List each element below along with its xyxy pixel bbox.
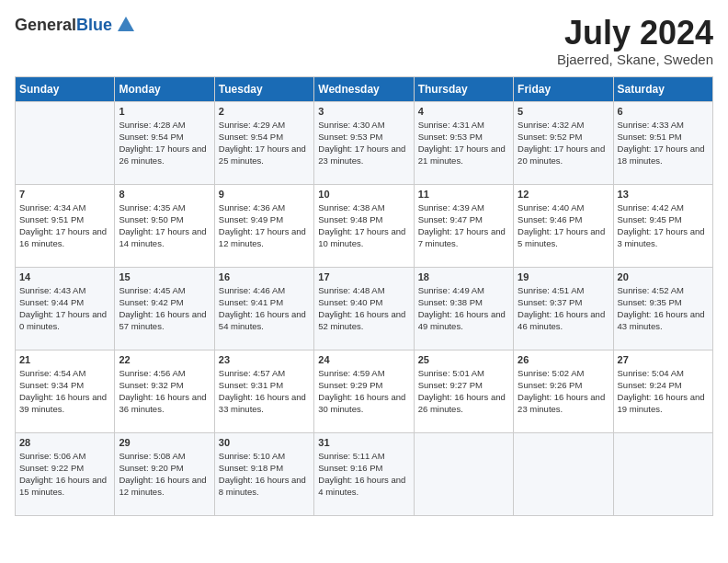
- day-number: 14: [19, 271, 110, 282]
- calendar-cell: 15Sunrise: 4:45 AMSunset: 9:42 PMDayligh…: [115, 267, 214, 350]
- day-info: Sunrise: 4:56 AMSunset: 9:32 PMDaylight:…: [119, 367, 210, 416]
- logo: GeneralBlue: [15, 15, 136, 35]
- location-subtitle: Bjaerred, Skane, Sweden: [557, 52, 713, 67]
- calendar-cell: 28Sunrise: 5:06 AMSunset: 9:22 PMDayligh…: [16, 432, 115, 515]
- calendar-cell: 25Sunrise: 5:01 AMSunset: 9:27 PMDayligh…: [414, 350, 513, 432]
- day-info: Sunrise: 5:04 AMSunset: 9:24 PMDaylight:…: [618, 367, 709, 416]
- day-info: Sunrise: 4:32 AMSunset: 9:52 PMDaylight:…: [518, 119, 609, 167]
- calendar-cell: 29Sunrise: 5:08 AMSunset: 9:20 PMDayligh…: [115, 432, 214, 515]
- day-number: 13: [618, 189, 709, 200]
- logo-general-text: GeneralBlue: [15, 16, 112, 35]
- calendar-table: SundayMondayTuesdayWednesdayThursdayFrid…: [15, 76, 713, 516]
- calendar-cell: 13Sunrise: 4:42 AMSunset: 9:45 PMDayligh…: [613, 184, 712, 267]
- day-number: 2: [219, 106, 310, 117]
- day-info: Sunrise: 4:35 AMSunset: 9:50 PMDaylight:…: [119, 201, 210, 250]
- calendar-cell: 14Sunrise: 4:43 AMSunset: 9:44 PMDayligh…: [16, 267, 115, 350]
- calendar-cell: 21Sunrise: 4:54 AMSunset: 9:34 PMDayligh…: [16, 350, 115, 432]
- day-number: 23: [219, 354, 310, 365]
- calendar-body: 1Sunrise: 4:28 AMSunset: 9:54 PMDaylight…: [16, 101, 713, 515]
- day-info: Sunrise: 5:06 AMSunset: 9:22 PMDaylight:…: [19, 450, 110, 499]
- calendar-week-3: 14Sunrise: 4:43 AMSunset: 9:44 PMDayligh…: [16, 267, 713, 350]
- day-info: Sunrise: 5:11 AMSunset: 9:16 PMDaylight:…: [318, 450, 409, 499]
- day-number: 29: [119, 437, 210, 448]
- calendar-cell: 2Sunrise: 4:29 AMSunset: 9:54 PMDaylight…: [214, 101, 313, 184]
- calendar-cell: 18Sunrise: 4:49 AMSunset: 9:38 PMDayligh…: [414, 267, 513, 350]
- day-info: Sunrise: 4:49 AMSunset: 9:38 PMDaylight:…: [418, 284, 509, 333]
- day-info: Sunrise: 4:52 AMSunset: 9:35 PMDaylight:…: [618, 284, 709, 333]
- header-day-sunday: Sunday: [16, 76, 115, 101]
- day-number: 25: [418, 354, 509, 365]
- calendar-cell: 4Sunrise: 4:31 AMSunset: 9:53 PMDaylight…: [414, 101, 513, 184]
- day-number: 5: [518, 106, 609, 117]
- calendar-cell: 27Sunrise: 5:04 AMSunset: 9:24 PMDayligh…: [613, 350, 712, 432]
- day-info: Sunrise: 4:43 AMSunset: 9:44 PMDaylight:…: [19, 284, 110, 333]
- day-number: 28: [19, 437, 110, 448]
- day-info: Sunrise: 5:10 AMSunset: 9:18 PMDaylight:…: [219, 450, 310, 499]
- calendar-cell: 30Sunrise: 5:10 AMSunset: 9:18 PMDayligh…: [214, 432, 313, 515]
- day-info: Sunrise: 4:59 AMSunset: 9:29 PMDaylight:…: [318, 367, 409, 416]
- day-number: 31: [318, 437, 409, 448]
- day-number: 15: [119, 271, 210, 282]
- calendar-cell: 9Sunrise: 4:36 AMSunset: 9:49 PMDaylight…: [214, 184, 313, 267]
- calendar-cell: 10Sunrise: 4:38 AMSunset: 9:48 PMDayligh…: [314, 184, 414, 267]
- day-number: 20: [618, 271, 709, 282]
- day-number: 17: [318, 271, 409, 282]
- calendar-cell: 8Sunrise: 4:35 AMSunset: 9:50 PMDaylight…: [115, 184, 214, 267]
- day-info: Sunrise: 4:36 AMSunset: 9:49 PMDaylight:…: [219, 201, 310, 250]
- day-info: Sunrise: 5:02 AMSunset: 9:26 PMDaylight:…: [518, 367, 609, 416]
- day-info: Sunrise: 4:46 AMSunset: 9:41 PMDaylight:…: [219, 284, 310, 333]
- calendar-cell: 31Sunrise: 5:11 AMSunset: 9:16 PMDayligh…: [314, 432, 414, 515]
- day-info: Sunrise: 5:01 AMSunset: 9:27 PMDaylight:…: [418, 367, 509, 416]
- header-row: SundayMondayTuesdayWednesdayThursdayFrid…: [16, 76, 713, 101]
- day-number: 18: [418, 271, 509, 282]
- page-header: GeneralBlue July 2024 Bjaerred, Skane, S…: [15, 15, 713, 67]
- day-info: Sunrise: 4:29 AMSunset: 9:54 PMDaylight:…: [219, 119, 310, 167]
- day-number: 16: [219, 271, 310, 282]
- day-info: Sunrise: 4:33 AMSunset: 9:51 PMDaylight:…: [618, 119, 709, 167]
- day-info: Sunrise: 4:57 AMSunset: 9:31 PMDaylight:…: [219, 367, 310, 416]
- day-number: 22: [119, 354, 210, 365]
- day-number: 19: [518, 271, 609, 282]
- calendar-cell: 7Sunrise: 4:34 AMSunset: 9:51 PMDaylight…: [16, 184, 115, 267]
- day-info: Sunrise: 4:45 AMSunset: 9:42 PMDaylight:…: [119, 284, 210, 333]
- calendar-cell: 26Sunrise: 5:02 AMSunset: 9:26 PMDayligh…: [514, 350, 613, 432]
- calendar-cell: 24Sunrise: 4:59 AMSunset: 9:29 PMDayligh…: [314, 350, 414, 432]
- day-info: Sunrise: 4:39 AMSunset: 9:47 PMDaylight:…: [418, 201, 509, 250]
- calendar-cell: 23Sunrise: 4:57 AMSunset: 9:31 PMDayligh…: [214, 350, 313, 432]
- day-number: 8: [119, 189, 210, 200]
- calendar-week-1: 1Sunrise: 4:28 AMSunset: 9:54 PMDaylight…: [16, 101, 713, 184]
- calendar-week-5: 28Sunrise: 5:06 AMSunset: 9:22 PMDayligh…: [16, 432, 713, 515]
- calendar-cell: 17Sunrise: 4:48 AMSunset: 9:40 PMDayligh…: [314, 267, 414, 350]
- calendar-cell: 11Sunrise: 4:39 AMSunset: 9:47 PMDayligh…: [414, 184, 513, 267]
- day-number: 12: [518, 189, 609, 200]
- day-info: Sunrise: 4:28 AMSunset: 9:54 PMDaylight:…: [119, 119, 210, 167]
- calendar-week-2: 7Sunrise: 4:34 AMSunset: 9:51 PMDaylight…: [16, 184, 713, 267]
- day-number: 30: [219, 437, 310, 448]
- calendar-cell: [414, 432, 513, 515]
- day-number: 11: [418, 189, 509, 200]
- calendar-cell: 19Sunrise: 4:51 AMSunset: 9:37 PMDayligh…: [514, 267, 613, 350]
- day-info: Sunrise: 4:40 AMSunset: 9:46 PMDaylight:…: [518, 201, 609, 250]
- title-area: July 2024 Bjaerred, Skane, Sweden: [557, 15, 713, 67]
- day-info: Sunrise: 4:51 AMSunset: 9:37 PMDaylight:…: [518, 284, 609, 333]
- day-number: 4: [418, 106, 509, 117]
- day-info: Sunrise: 4:54 AMSunset: 9:34 PMDaylight:…: [19, 367, 110, 416]
- calendar-cell: 20Sunrise: 4:52 AMSunset: 9:35 PMDayligh…: [613, 267, 712, 350]
- day-number: 27: [618, 354, 709, 365]
- day-number: 24: [318, 354, 409, 365]
- month-year-title: July 2024: [557, 15, 713, 52]
- header-day-saturday: Saturday: [613, 76, 712, 101]
- day-info: Sunrise: 4:30 AMSunset: 9:53 PMDaylight:…: [318, 119, 409, 167]
- day-info: Sunrise: 4:34 AMSunset: 9:51 PMDaylight:…: [19, 201, 110, 250]
- calendar-cell: 6Sunrise: 4:33 AMSunset: 9:51 PMDaylight…: [613, 101, 712, 184]
- calendar-cell: 5Sunrise: 4:32 AMSunset: 9:52 PMDaylight…: [514, 101, 613, 184]
- header-day-wednesday: Wednesday: [314, 76, 414, 101]
- calendar-week-4: 21Sunrise: 4:54 AMSunset: 9:34 PMDayligh…: [16, 350, 713, 432]
- day-number: 9: [219, 189, 310, 200]
- calendar-cell: 1Sunrise: 4:28 AMSunset: 9:54 PMDaylight…: [115, 101, 214, 184]
- day-number: 1: [119, 106, 210, 117]
- day-number: 21: [19, 354, 110, 365]
- calendar-cell: [613, 432, 712, 515]
- calendar-header: SundayMondayTuesdayWednesdayThursdayFrid…: [16, 76, 713, 101]
- header-day-tuesday: Tuesday: [214, 76, 313, 101]
